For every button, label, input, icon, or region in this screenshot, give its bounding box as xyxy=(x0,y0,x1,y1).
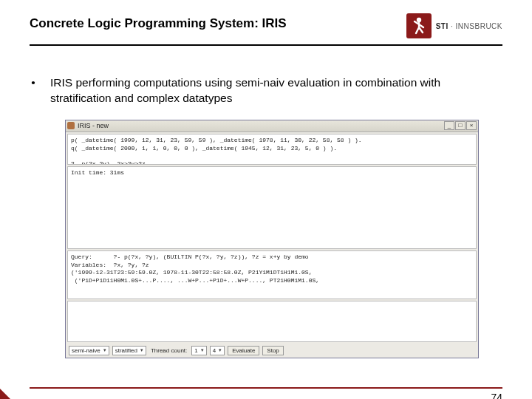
bullet-item: • IRIS performing computations using sem… xyxy=(30,75,502,106)
app-window: IRIS - new _ □ × p( _datetime( 1999, 12,… xyxy=(65,120,479,358)
footer-divider xyxy=(30,387,502,389)
titlebar: IRIS - new _ □ × xyxy=(66,120,478,132)
window-title: IRIS - new xyxy=(78,122,109,129)
maximize-button[interactable]: □ xyxy=(455,121,466,130)
thread-label: Thread count: xyxy=(149,347,188,354)
bullet-mark: • xyxy=(30,75,37,91)
eval-strategy-combo[interactable]: semi-naive xyxy=(69,346,109,355)
toolbar: semi-naive stratified Thread count: 1 4 … xyxy=(66,344,478,358)
logo-icon xyxy=(406,13,432,38)
corner-accent xyxy=(0,389,10,399)
stop-button[interactable]: Stop xyxy=(262,346,283,355)
logo-sti: STI xyxy=(436,22,449,30)
input-pane[interactable]: p( _datetime( 1999, 12, 31, 23, 59, 59 )… xyxy=(67,134,477,165)
close-button[interactable]: × xyxy=(466,121,477,130)
logo: STI · INNSBRUCK xyxy=(406,13,502,38)
bullet-text: IRIS performing computations using semi-… xyxy=(50,75,502,106)
thread-count-combo[interactable]: 1 xyxy=(191,346,206,355)
screenshot-embed: IRIS - new _ □ × p( _datetime( 1999, 12,… xyxy=(65,120,479,358)
header: Concrete Logic Programming System: IRIS … xyxy=(30,13,502,38)
stratify-combo[interactable]: stratified xyxy=(112,346,146,355)
result-pane xyxy=(67,301,477,342)
output-pane: Query: ?- p(?x, ?y), (BUILTIN P(?x, ?y, … xyxy=(67,250,477,299)
minimize-button[interactable]: _ xyxy=(444,121,454,130)
slide-title: Concrete Logic Programming System: IRIS xyxy=(30,13,287,31)
footer: 74 xyxy=(30,387,502,389)
app-icon xyxy=(67,122,75,129)
body: • IRIS performing computations using sem… xyxy=(30,46,502,358)
aux-combo[interactable]: 4 xyxy=(210,346,225,355)
slide: Concrete Logic Programming System: IRIS … xyxy=(0,0,532,399)
evaluate-button[interactable]: Evaluate xyxy=(228,346,259,355)
page-number: 74 xyxy=(491,392,502,399)
logo-sep: · xyxy=(449,22,456,30)
logo-text: STI · INNSBRUCK xyxy=(436,22,502,30)
log-pane: Init time: 31ms xyxy=(67,166,477,249)
logo-city: INNSBRUCK xyxy=(456,22,502,30)
